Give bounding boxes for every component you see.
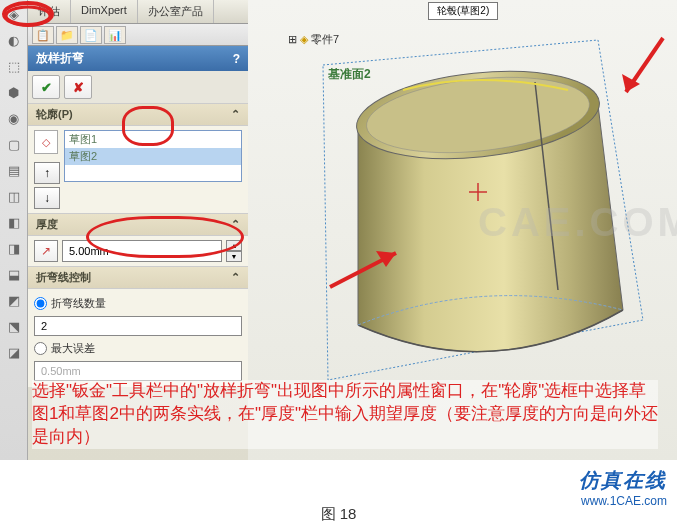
profile-icon[interactable]: ◇ [34, 130, 58, 154]
collapse-icon: ⌃ [231, 271, 240, 284]
collapse-icon: ⌃ [231, 218, 240, 231]
list-item[interactable]: 草图1 [65, 131, 241, 148]
watermark: CAE.COM [478, 200, 677, 245]
mini-tabs: 📋 📁 📄 📊 [28, 24, 248, 46]
figure-caption: 图 18 [0, 505, 677, 524]
panel-header: 放样折弯 ? [28, 46, 248, 71]
move-down-button[interactable]: ↓ [34, 187, 60, 209]
plus-icon[interactable]: ⊞ [288, 33, 297, 46]
mini-tab-4[interactable]: 📊 [104, 26, 126, 44]
thickness-input[interactable] [62, 240, 222, 262]
tool-icon-8[interactable]: ◫ [4, 186, 24, 206]
annotation-circle [0, 0, 60, 34]
tab-office[interactable]: 办公室产品 [138, 0, 214, 23]
tool-icon-5[interactable]: ◉ [4, 108, 24, 128]
bend-control-header[interactable]: 折弯线控制 ⌃ [28, 266, 248, 289]
annotation-arrow [318, 235, 418, 305]
brand-url: www.1CAE.com [579, 494, 667, 508]
instruction-text: 选择"钣金"工具栏中的"放样折弯"出现图中所示的属性窗口，在"轮廓"选框中选择草… [32, 380, 658, 449]
brand-name: 仿真在线 [579, 467, 667, 494]
tolerance-input[interactable] [34, 361, 242, 381]
direction-button[interactable]: ↗ [34, 240, 58, 262]
help-icon[interactable]: ? [233, 52, 240, 66]
ok-button[interactable]: ✔ [32, 75, 60, 99]
tab-dimxpert[interactable]: DimXpert [71, 0, 138, 23]
tool-icon-10[interactable]: ◨ [4, 238, 24, 258]
brand: 仿真在线 www.1CAE.com [579, 467, 667, 508]
profiles-list[interactable]: 草图1 草图2 [64, 130, 242, 182]
thickness-header[interactable]: 厚度 ⌃ [28, 213, 248, 236]
profiles-header[interactable]: 轮廓(P) ⌃ [28, 103, 248, 126]
tool-icon-4[interactable]: ⬢ [4, 82, 24, 102]
tool-icon-14[interactable]: ◪ [4, 342, 24, 362]
part-tree-item[interactable]: ⊞ ◈ 零件7 [288, 32, 339, 47]
radio-label: 最大误差 [51, 341, 95, 356]
annotation-arrow [608, 30, 677, 120]
tool-icon-6[interactable]: ▢ [4, 134, 24, 154]
tool-icon-13[interactable]: ⬔ [4, 316, 24, 336]
tool-icon-12[interactable]: ◩ [4, 290, 24, 310]
spin-down[interactable]: ▼ [226, 251, 242, 262]
model-tag: 轮毂(草图2) [428, 2, 498, 20]
tool-icon-7[interactable]: ▤ [4, 160, 24, 180]
list-item[interactable]: 草图2 [65, 148, 241, 165]
bend-count-input[interactable] [34, 316, 242, 336]
tool-icon-9[interactable]: ◧ [4, 212, 24, 232]
collapse-icon: ⌃ [231, 108, 240, 121]
left-toolbar: ◈ ◐ ⬚ ⬢ ◉ ▢ ▤ ◫ ◧ ◨ ⬓ ◩ ⬔ ◪ [0, 0, 28, 460]
radio-bend-count[interactable] [34, 297, 47, 310]
radio-max-error[interactable] [34, 342, 47, 355]
mini-tab-3[interactable]: 📄 [80, 26, 102, 44]
tool-icon-11[interactable]: ⬓ [4, 264, 24, 284]
move-up-button[interactable]: ↑ [34, 162, 60, 184]
svg-point-6 [6, 7, 50, 25]
tool-icon-3[interactable]: ⬚ [4, 56, 24, 76]
cancel-button[interactable]: ✘ [64, 75, 92, 99]
spin-up[interactable]: ▲ [226, 240, 242, 251]
radio-label: 折弯线数量 [51, 296, 106, 311]
panel-title: 放样折弯 [36, 50, 84, 67]
top-tabs: 评估 DimXpert 办公室产品 [28, 0, 248, 24]
datum-face-label: 基准面2 [328, 66, 371, 83]
